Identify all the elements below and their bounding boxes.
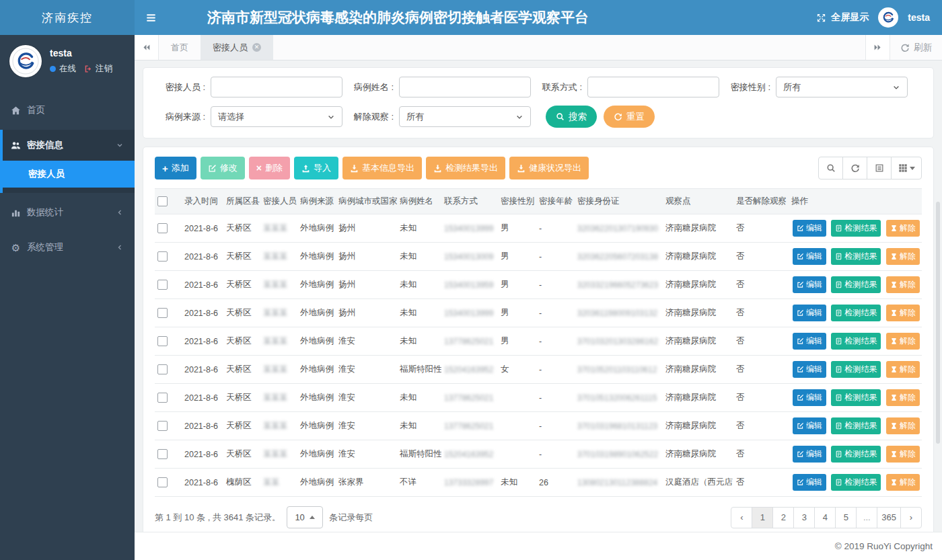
export-health-status-button[interactable]: 健康状况导出 [509, 157, 589, 179]
sidebar-item-home[interactable]: 首页 [0, 95, 135, 126]
test-result-button[interactable]: 检测结果 [831, 248, 881, 265]
page-prev-button[interactable]: ‹ [731, 507, 752, 528]
file-icon [835, 253, 842, 260]
sidebar-toggle-button[interactable] [135, 0, 167, 35]
case-source-select[interactable]: 请选择 [211, 106, 342, 127]
test-result-button[interactable]: 检测结果 [831, 305, 881, 321]
fullscreen-button[interactable]: 全屏显示 [816, 11, 869, 24]
row-checkbox[interactable] [157, 336, 168, 346]
page-button[interactable]: 5 [835, 507, 857, 528]
tabs-scroll-right-button[interactable] [865, 35, 890, 60]
test-result-button[interactable]: 检测结果 [831, 389, 881, 406]
release-button[interactable]: 解除 [886, 361, 920, 378]
column-header: 是否解除观察 [733, 189, 789, 214]
logout-link[interactable]: 注销 [84, 63, 112, 75]
edit-button[interactable]: 编辑 [793, 474, 826, 491]
row-checkbox[interactable] [157, 223, 168, 233]
table-search-toggle-button[interactable] [818, 157, 843, 179]
edit-button[interactable]: 编辑 [793, 333, 826, 350]
release-button[interactable]: 解除 [886, 305, 920, 321]
sidebar-subitem-contact-person[interactable]: 密接人员 [0, 161, 135, 188]
test-result-button[interactable]: 检测结果 [831, 276, 881, 293]
contact-phone-input[interactable] [587, 77, 719, 97]
edit-button[interactable]: 编辑 [793, 220, 826, 237]
test-result-button[interactable]: 检测结果 [831, 474, 881, 491]
tab-close-icon[interactable]: ✕ [252, 43, 261, 52]
cell-released: 否 [733, 299, 789, 327]
row-checkbox[interactable] [157, 477, 168, 487]
test-result-button[interactable]: 检测结果 [831, 417, 881, 434]
row-checkbox[interactable] [157, 449, 168, 459]
export-test-results-button[interactable]: 检测结果导出 [426, 157, 505, 179]
edit-button[interactable]: 编辑 [793, 248, 826, 265]
add-button[interactable]: + 添加 [155, 157, 196, 179]
table-refresh-button[interactable] [842, 157, 867, 179]
table-columns-button[interactable] [891, 157, 922, 179]
gender-select[interactable]: 所有 [776, 77, 908, 97]
release-button[interactable]: 解除 [886, 248, 920, 265]
row-checkbox[interactable] [157, 280, 168, 290]
release-button[interactable]: 解除 [886, 474, 920, 491]
row-checkbox[interactable] [157, 251, 168, 262]
scrollbar-thumb[interactable] [936, 202, 940, 444]
release-button[interactable]: 解除 [886, 446, 920, 463]
download-icon [517, 164, 526, 173]
file-icon [835, 422, 842, 430]
edit-button[interactable]: 编辑 [793, 446, 826, 463]
sidebar-item-contact-info[interactable]: 密接信息 [3, 130, 135, 161]
row-checkbox[interactable] [157, 364, 168, 374]
page-button[interactable]: 3 [793, 507, 815, 528]
row-checkbox[interactable] [157, 308, 168, 318]
tab-contact-person[interactable]: 密接人员 ✕ [201, 35, 273, 60]
release-button[interactable]: 解除 [886, 276, 920, 293]
cell-case-name: 福斯特阳性 [397, 356, 441, 384]
release-button[interactable]: 解除 [886, 333, 920, 350]
cell-case-name: 未知 [397, 327, 441, 356]
tabs-scroll-left-button[interactable] [135, 35, 159, 60]
case-name-input[interactable] [399, 77, 531, 97]
row-checkbox[interactable] [157, 393, 168, 403]
tab-home[interactable]: 首页 [159, 35, 201, 60]
tab-refresh-button[interactable]: 刷新 [890, 35, 942, 60]
edit-button[interactable]: 编辑 [793, 417, 826, 434]
search-button[interactable]: 搜索 [546, 106, 597, 128]
edit-button[interactable]: 编辑 [793, 305, 826, 321]
brand[interactable]: 济南疾控 [0, 0, 135, 35]
cell-district: 天桥区 [223, 412, 260, 440]
release-button[interactable]: 解除 [886, 417, 920, 434]
contact-person-input[interactable] [211, 77, 342, 97]
test-result-button[interactable]: 检测结果 [831, 333, 881, 350]
page-size-value: 10 [295, 512, 304, 522]
cell-id-card-masked: 370105132006261115 [575, 384, 663, 412]
sidebar-item-system[interactable]: ⚙ 系统管理 [0, 232, 135, 263]
test-result-button[interactable]: 检测结果 [831, 446, 881, 463]
button-label: 编辑 [806, 307, 822, 319]
sidebar-username: testa [50, 48, 112, 58]
release-button[interactable]: 解除 [886, 389, 920, 406]
page-button[interactable]: 365 [877, 507, 901, 528]
select-all-checkbox[interactable] [157, 196, 168, 206]
edit-button[interactable]: 编辑 [793, 389, 826, 406]
cell-contact-name-masked: 某某某 [260, 327, 297, 356]
table-card-view-button[interactable] [867, 157, 892, 179]
release-status-select[interactable]: 所有 [399, 106, 531, 127]
import-button[interactable]: 导入 [294, 157, 338, 179]
reset-button[interactable]: 重置 [604, 106, 655, 128]
page-button[interactable]: 2 [772, 507, 794, 528]
navbar-username[interactable]: testa [908, 12, 930, 23]
row-checkbox[interactable] [157, 421, 168, 431]
page-next-button[interactable]: › [900, 507, 922, 528]
edit-button[interactable]: 编辑 [793, 361, 826, 378]
export-basic-button[interactable]: 基本信息导出 [342, 157, 422, 179]
page-size-select[interactable]: 10 [287, 506, 323, 528]
page-button[interactable]: 4 [814, 507, 836, 528]
release-button[interactable]: 解除 [886, 220, 920, 237]
edit-button[interactable]: 编辑 [793, 276, 826, 293]
sidebar-item-statistics[interactable]: 数据统计 [0, 197, 135, 228]
test-result-button[interactable]: 检测结果 [831, 361, 881, 378]
modify-button[interactable]: 修改 [201, 157, 245, 179]
delete-button[interactable]: × 删除 [249, 157, 290, 179]
page-button[interactable]: 1 [752, 507, 773, 528]
navbar-avatar[interactable] [878, 7, 898, 28]
test-result-button[interactable]: 检测结果 [831, 220, 881, 237]
